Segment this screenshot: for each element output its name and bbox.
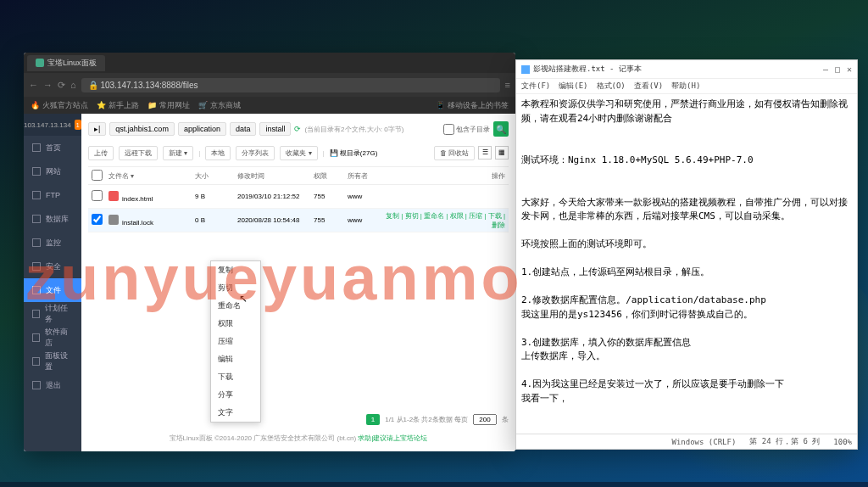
context-menu-item[interactable]: 压缩 bbox=[211, 333, 260, 350]
breadcrumb-seg[interactable]: application bbox=[178, 122, 226, 136]
table-row[interactable]: index.html9 B2019/03/10 21:12:52755www bbox=[88, 185, 509, 209]
context-menu-item[interactable]: 剪切 bbox=[211, 279, 260, 297]
context-menu-item[interactable]: 下载 bbox=[211, 368, 260, 386]
recycle-bin-button[interactable]: 🗑 回收站 bbox=[434, 146, 475, 160]
col-perm: 权限 bbox=[314, 171, 348, 181]
menu-button[interactable]: ≡ bbox=[505, 80, 510, 90]
menu-help[interactable]: 帮助(H) bbox=[671, 81, 700, 92]
url-bar: ← → ⟳ ⌂ 🔒 103.147.13.134:8888/files ≡ bbox=[24, 73, 515, 97]
sidebar-item-6[interactable]: 文件 bbox=[24, 278, 81, 302]
current-page[interactable]: 1 bbox=[366, 414, 380, 425]
file-icon bbox=[108, 191, 119, 201]
browser-window: 宝塔Linux面板 ← → ⟳ ⌂ 🔒 103.147.13.134:8888/… bbox=[24, 53, 515, 451]
breadcrumb-seg[interactable]: install bbox=[259, 122, 291, 136]
status-zoom: 100% bbox=[833, 438, 852, 446]
bookmark-item[interactable]: 📁 常用网址 bbox=[147, 100, 190, 111]
disk-info[interactable]: 💾 根目录(27G) bbox=[330, 148, 378, 158]
sidebar-item-4[interactable]: 监控 bbox=[24, 231, 81, 255]
menu-format[interactable]: 格式(O) bbox=[597, 81, 626, 92]
menu-view[interactable]: 查看(V) bbox=[634, 81, 663, 92]
status-position: 第 24 行，第 6 列 bbox=[749, 436, 820, 447]
notepad-menu: 文件(F) 编辑(E) 格式(O) 查看(V) 帮助(H) bbox=[516, 79, 857, 94]
notepad-title: 影视站搭建教程.txt - 记事本 bbox=[533, 64, 642, 75]
new-button[interactable]: 新建 ▾ bbox=[163, 146, 193, 160]
reload-button[interactable]: ⟳ bbox=[58, 80, 65, 91]
context-menu-item[interactable]: 权限 bbox=[211, 315, 260, 333]
tab-favicon bbox=[36, 59, 44, 67]
search-button[interactable]: 🔍 bbox=[493, 121, 509, 137]
breadcrumb-root[interactable]: ▸| bbox=[88, 122, 106, 136]
file-table-header: 文件名 ▾ 大小 修改时间 权限 所有者 操作 bbox=[88, 166, 509, 185]
sidebar-item-10[interactable]: 退出 bbox=[24, 373, 81, 397]
breadcrumb: ▸| qst.jahbis1.com application data inst… bbox=[88, 119, 509, 139]
list-view-icon[interactable]: ☰ bbox=[478, 146, 492, 160]
breadcrumb-seg[interactable]: qst.jahbis1.com bbox=[109, 122, 175, 136]
home-button[interactable]: ⌂ bbox=[70, 80, 76, 90]
bookmark-item[interactable]: 🔥 火狐官方站点 bbox=[31, 100, 88, 111]
row-checkbox[interactable] bbox=[92, 190, 103, 201]
notepad-content[interactable]: 本教程和资源仅供学习和研究使用，严禁进行商业用途，如有侵权请告知删除视频，请在观… bbox=[516, 94, 857, 434]
col-time: 修改时间 bbox=[237, 171, 314, 181]
mobile-bookmarks[interactable]: 📱 移动设备上的书签 bbox=[436, 100, 509, 111]
sidebar-item-5[interactable]: 安全 bbox=[24, 255, 81, 278]
breadcrumb-seg[interactable]: data bbox=[230, 122, 257, 136]
page-info: 1/1 从1-2条 共2条数据 每页 bbox=[385, 415, 468, 424]
col-name[interactable]: 文件名 ▾ bbox=[105, 171, 195, 181]
sidebar-item-0[interactable]: 首页 bbox=[24, 136, 81, 160]
refresh-icon[interactable]: ⟳ bbox=[294, 125, 301, 133]
close-button[interactable]: ✕ bbox=[847, 64, 852, 74]
bookmark-bar: 🔥 火狐官方站点 ⭐ 新手上路 📁 常用网址 🛒 京东商城 📱 移动设备上的书签 bbox=[24, 97, 515, 114]
minimize-button[interactable]: — bbox=[823, 64, 828, 74]
favorites-button[interactable]: 收藏夹 ▾ bbox=[280, 146, 317, 160]
context-menu-item[interactable]: 分享 bbox=[211, 386, 260, 404]
tab-bar: 宝塔Linux面板 bbox=[24, 53, 515, 73]
share-list-button[interactable]: 分享列表 bbox=[236, 146, 275, 160]
context-menu: 复制剪切重命名权限压缩编辑下载分享文字 bbox=[210, 260, 261, 423]
sidebar-item-7[interactable]: 计划任务 bbox=[24, 302, 81, 326]
maximize-button[interactable]: □ bbox=[835, 64, 840, 74]
bookmark-item[interactable]: ⭐ 新手上路 bbox=[97, 100, 139, 111]
sidebar-ip[interactable]: 103.147.13.134 1 bbox=[24, 114, 81, 136]
sidebar-item-8[interactable]: 软件商店 bbox=[24, 326, 81, 350]
taskbar[interactable] bbox=[0, 482, 868, 487]
sidebar-item-9[interactable]: 面板设置 bbox=[24, 350, 81, 373]
notepad-window: 影视站搭建教程.txt - 记事本 — □ ✕ 文件(F) 编辑(E) 格式(O… bbox=[515, 59, 858, 450]
sidebar: 103.147.13.134 1 首页网站FTP数据库监控安全文件计划任务软件商… bbox=[24, 114, 81, 451]
sidebar-item-1[interactable]: 网站 bbox=[24, 160, 81, 183]
grid-view-icon[interactable]: ▦ bbox=[495, 146, 509, 160]
per-page-input[interactable] bbox=[473, 414, 497, 425]
status-encoding: Windows (CRLF) bbox=[672, 438, 737, 446]
context-menu-item[interactable]: 复制 bbox=[211, 261, 260, 279]
forward-button[interactable]: → bbox=[43, 80, 53, 90]
back-button[interactable]: ← bbox=[29, 80, 38, 90]
sidebar-item-2[interactable]: FTP bbox=[24, 183, 81, 207]
toolbar: 上传 远程下载 新建 ▾ | 本地 分享列表 收藏夹 ▾ | 💾 根目录(27G… bbox=[88, 143, 509, 163]
cursor-icon: ↖ bbox=[239, 293, 248, 305]
row-checkbox[interactable] bbox=[92, 214, 103, 225]
browser-tab[interactable]: 宝塔Linux面板 bbox=[27, 55, 105, 71]
notepad-statusbar: Windows (CRLF) 第 24 行，第 6 列 100% bbox=[516, 434, 857, 449]
notification-badge: 1 bbox=[75, 120, 81, 130]
file-icon bbox=[108, 215, 119, 225]
menu-file[interactable]: 文件(F) bbox=[521, 81, 550, 92]
table-row[interactable]: install.lock0 B2020/08/28 10:54:48755www… bbox=[88, 209, 509, 232]
select-all-checkbox[interactable] bbox=[92, 170, 103, 181]
context-menu-item[interactable]: 文字 bbox=[211, 404, 260, 422]
col-size: 大小 bbox=[195, 171, 237, 181]
remote-download-button[interactable]: 远程下载 bbox=[119, 146, 158, 160]
notepad-icon bbox=[521, 65, 530, 74]
context-menu-item[interactable]: 编辑 bbox=[211, 350, 260, 368]
local-button[interactable]: 本地 bbox=[205, 146, 231, 160]
notepad-titlebar[interactable]: 影视站搭建教程.txt - 记事本 — □ ✕ bbox=[516, 60, 857, 79]
tab-title: 宝塔Linux面板 bbox=[47, 58, 97, 69]
footer: 宝塔Linux面板 ©2014-2020 广东堡塔安全技术有限公司 (bt.cn… bbox=[88, 430, 509, 446]
upload-button[interactable]: 上传 bbox=[88, 146, 114, 160]
bookmark-item[interactable]: 🛒 京东商城 bbox=[198, 100, 241, 111]
context-menu-item[interactable]: 重命名 bbox=[211, 297, 260, 315]
col-owner: 所有者 bbox=[348, 171, 381, 181]
dir-info: (当前目录有2个文件,大小: 0字节) bbox=[304, 125, 403, 134]
url-input[interactable]: 🔒 103.147.13.134:8888/files bbox=[81, 78, 500, 92]
include-subdir-checkbox[interactable]: 包含子目录 bbox=[443, 124, 490, 135]
sidebar-item-3[interactable]: 数据库 bbox=[24, 207, 81, 231]
menu-edit[interactable]: 编辑(E) bbox=[559, 81, 587, 92]
